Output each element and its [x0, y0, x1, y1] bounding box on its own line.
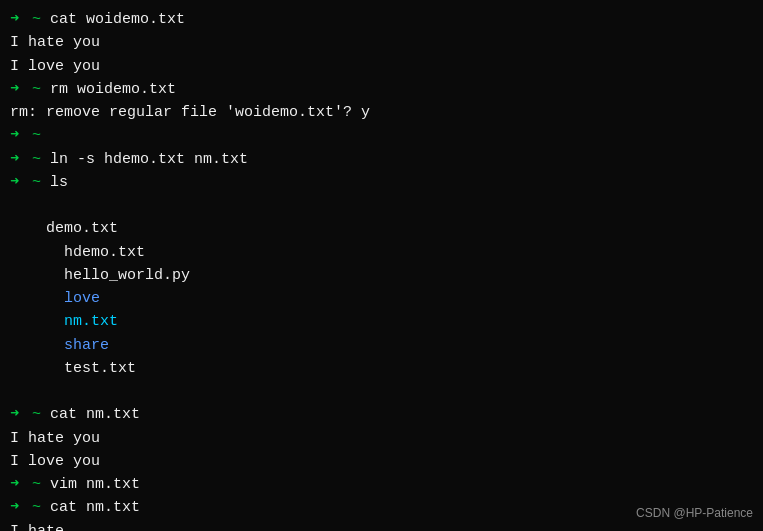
- prompt-cmd: cat nm.txt: [41, 403, 140, 426]
- prompt-tilde: ~: [23, 171, 41, 194]
- prompt-tilde: ~: [23, 403, 41, 426]
- prompt-arrow: ➜: [10, 171, 19, 194]
- prompt-cmd: ln -s hdemo.txt nm.txt: [41, 148, 248, 171]
- prompt-arrow: ➜: [10, 124, 19, 147]
- prompt-tilde: ~: [23, 496, 41, 519]
- prompt-cmd: cat woidemo.txt: [41, 8, 185, 31]
- ls-item-nm: nm.txt: [46, 313, 118, 330]
- terminal-line: ➜ ~ cat nm.txt: [10, 403, 753, 426]
- prompt-cmd: vim nm.txt: [41, 473, 140, 496]
- terminal-line: ➜ ~ ls: [10, 171, 753, 194]
- ls-item-demo: demo.txt: [46, 220, 118, 237]
- prompt-arrow: ➜: [10, 496, 19, 519]
- output-line: I hate you: [10, 427, 753, 450]
- watermark: CSDN @HP-Patience: [636, 504, 753, 523]
- terminal-line: ➜ ~ vim nm.txt: [10, 473, 753, 496]
- prompt-cmd: cat nm.txt: [41, 496, 140, 519]
- terminal-line: ➜ ~ rm woidemo.txt: [10, 78, 753, 101]
- prompt-tilde: ~: [23, 148, 41, 171]
- prompt-tilde: ~: [23, 473, 41, 496]
- prompt-arrow: ➜: [10, 403, 19, 426]
- output-line: I love you: [10, 55, 753, 78]
- prompt-cmd: rm woidemo.txt: [41, 78, 176, 101]
- ls-output-line: demo.txt hdemo.txt hello_world.py love n…: [10, 194, 753, 403]
- output-line: rm: remove regular file 'woidemo.txt'? y: [10, 101, 753, 124]
- prompt-arrow: ➜: [10, 473, 19, 496]
- ls-item-hello: hello_world.py: [46, 267, 190, 284]
- prompt-tilde: ~: [23, 78, 41, 101]
- prompt-tilde: ~: [23, 8, 41, 31]
- terminal-line: ➜ ~: [10, 124, 753, 147]
- ls-item-hdemo: hdemo.txt: [46, 244, 145, 261]
- prompt-arrow: ➜: [10, 8, 19, 31]
- prompt-cmd: ls: [41, 171, 68, 194]
- ls-item-share: share: [46, 337, 109, 354]
- terminal-line: ➜ ~ cat woidemo.txt: [10, 8, 753, 31]
- prompt-tilde: ~: [23, 124, 41, 147]
- ls-item-test: test.txt: [46, 360, 136, 377]
- terminal-window: ➜ ~ cat woidemo.txt I hate you I love yo…: [10, 8, 753, 531]
- prompt-arrow: ➜: [10, 78, 19, 101]
- ls-item-love: love: [46, 290, 100, 307]
- output-line: I love you: [10, 450, 753, 473]
- terminal-line: ➜ ~ ln -s hdemo.txt nm.txt: [10, 148, 753, 171]
- output-line: I hate you: [10, 31, 753, 54]
- prompt-arrow: ➜: [10, 148, 19, 171]
